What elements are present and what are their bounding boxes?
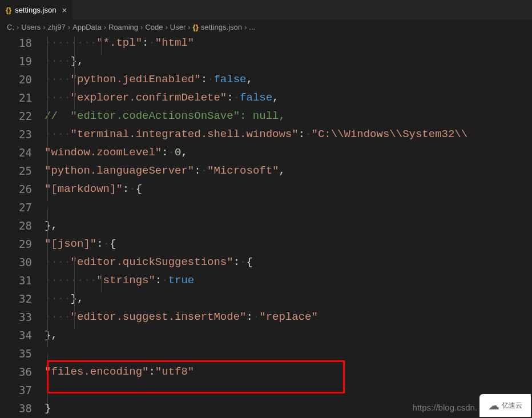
- token-ws: ····: [45, 91, 71, 104]
- code-line[interactable]: 34},: [0, 326, 532, 344]
- token-p: :: [227, 91, 233, 104]
- code-content[interactable]: "python.languageServer":·"Microsoft",: [45, 164, 532, 177]
- token-ws: ········: [45, 274, 96, 287]
- line-number: 30: [0, 256, 45, 268]
- breadcrumb[interactable]: C:›Users›zhj97›AppData›Roaming›Code›User…: [0, 20, 532, 34]
- chevron-right-icon: ›: [43, 23, 45, 31]
- line-number: 38: [0, 402, 45, 415]
- code-content[interactable]: // "editor.codeActionsOnSave": null,: [45, 110, 532, 122]
- indent-guide: [74, 37, 75, 55]
- tab-bar: {} settings.json ×: [0, 0, 532, 20]
- code-line[interactable]: 30····"editor.quickSuggestions":·{: [0, 253, 532, 271]
- line-number: 25: [0, 164, 45, 177]
- token-p: :: [233, 256, 240, 268]
- code-content[interactable]: ········"strings":·true: [45, 274, 532, 287]
- code-line[interactable]: 27: [0, 198, 532, 216]
- code-line[interactable]: 20····"python.jediEnabled":·false,: [0, 70, 532, 89]
- token-str: "C:\\Windows\\System32\\: [312, 128, 468, 140]
- token-ws: ····: [45, 311, 71, 323]
- close-icon[interactable]: ×: [62, 5, 67, 15]
- code-content[interactable]: ····"terminal.integrated.shell.windows":…: [45, 128, 532, 140]
- token-ws: ·: [103, 238, 110, 250]
- json-icon: {}: [6, 6, 11, 14]
- indent-guide: [101, 37, 102, 55]
- code-line[interactable]: 33····"editor.suggest.insertMode":·"repl…: [0, 308, 532, 326]
- code-content[interactable]: "files.encoding":"utf8": [45, 365, 532, 378]
- code-line[interactable]: 37: [0, 381, 532, 399]
- code-content[interactable]: "[json]":·{: [45, 238, 532, 250]
- code-line[interactable]: 26"[markdown]":·{: [0, 180, 532, 198]
- token-kc: false: [240, 91, 272, 104]
- code-content[interactable]: ····},: [45, 292, 532, 305]
- code-line[interactable]: 19····},: [0, 52, 532, 70]
- tab-settings-json[interactable]: {} settings.json ×: [0, 0, 73, 20]
- token-ws: ····: [45, 73, 71, 86]
- indent-guide: [47, 164, 48, 183]
- code-line[interactable]: 36"files.encoding":"utf8": [0, 363, 532, 381]
- token-ws: ····: [45, 292, 71, 305]
- code-line[interactable]: 23····"terminal.integrated.shell.windows…: [0, 125, 532, 143]
- code-line[interactable]: 25"python.languageServer":·"Microsoft",: [0, 162, 532, 180]
- indent-guide: [47, 238, 48, 256]
- code-content[interactable]: },: [45, 219, 532, 232]
- token-ws: ·: [162, 274, 168, 287]
- token-str: "replace": [259, 311, 318, 323]
- token-cm: // "editor.codeActionsOnSave": null,: [45, 110, 285, 122]
- token-kc: false: [213, 73, 246, 86]
- code-content[interactable]: ····"editor.quickSuggestions":·{: [45, 256, 532, 268]
- code-line[interactable]: 35: [0, 344, 532, 363]
- code-content[interactable]: "[markdown]":·{: [45, 183, 532, 195]
- token-str: "strings": [96, 274, 155, 287]
- breadcrumb-item[interactable]: Code: [145, 23, 163, 31]
- code-line[interactable]: 32····},: [0, 290, 532, 308]
- indent-guide: [47, 329, 48, 347]
- code-content[interactable]: "window.zoomLevel":·0,: [45, 146, 532, 159]
- token-str: "[json]": [45, 238, 96, 250]
- code-line[interactable]: 24"window.zoomLevel":·0,: [0, 143, 532, 162]
- breadcrumb-item[interactable]: Roaming: [108, 23, 138, 31]
- indent-guide: [47, 37, 48, 55]
- code-content[interactable]: ····"editor.suggest.insertMode":·"replac…: [45, 311, 532, 323]
- indent-guide: [101, 274, 102, 292]
- token-ws: ····: [45, 55, 71, 67]
- code-line[interactable]: 29"[json]":·{: [0, 235, 532, 253]
- code-line[interactable]: 18········"*.tpl":·"html": [0, 34, 532, 52]
- breadcrumb-item[interactable]: AppData: [72, 23, 102, 31]
- code-content[interactable]: ····},: [45, 55, 532, 67]
- code-content[interactable]: ········"*.tpl":·"html": [45, 37, 532, 49]
- line-number: 18: [0, 37, 45, 49]
- indent-guide: [47, 55, 48, 73]
- token-p: },: [71, 292, 84, 305]
- indent-guide: [74, 55, 75, 73]
- code-content[interactable]: ····"python.jediEnabled":·false,: [45, 73, 532, 86]
- breadcrumb-item[interactable]: User: [170, 23, 186, 31]
- indent-guide: [47, 91, 48, 110]
- indent-guide: [74, 91, 75, 110]
- code-line[interactable]: 21····"explorer.confirmDelete":·false,: [0, 89, 532, 107]
- code-editor[interactable]: 18········"*.tpl":·"html"19····},20····"…: [0, 34, 532, 417]
- breadcrumb-trail[interactable]: ...: [249, 23, 255, 31]
- line-number: 24: [0, 146, 45, 159]
- code-content[interactable]: },: [45, 329, 532, 341]
- code-line[interactable]: 22// "editor.codeActionsOnSave": null,: [0, 107, 532, 125]
- line-number: 29: [0, 238, 45, 250]
- breadcrumb-item[interactable]: Users: [21, 23, 41, 31]
- breadcrumb-item[interactable]: zhj97: [48, 23, 66, 31]
- chevron-right-icon: ›: [104, 23, 106, 31]
- indent-guide: [47, 73, 48, 91]
- token-ws: ·: [201, 164, 207, 177]
- line-number: 32: [0, 292, 45, 305]
- breadcrumb-item[interactable]: C:: [7, 23, 14, 31]
- indent-guide: [74, 256, 75, 274]
- token-p: :: [162, 146, 168, 159]
- line-number: 26: [0, 183, 45, 195]
- cloud-icon: ☁: [488, 399, 499, 412]
- code-line[interactable]: 28},: [0, 216, 532, 235]
- chevron-right-icon: ›: [188, 23, 190, 31]
- breadcrumb-file[interactable]: settings.json: [201, 23, 242, 31]
- code-content[interactable]: ····"explorer.confirmDelete":·false,: [45, 91, 532, 104]
- line-number: 28: [0, 219, 45, 232]
- token-str: "terminal.integrated.shell.windows": [71, 128, 299, 140]
- code-line[interactable]: 31········"strings":·true: [0, 271, 532, 290]
- token-p: :: [155, 274, 162, 287]
